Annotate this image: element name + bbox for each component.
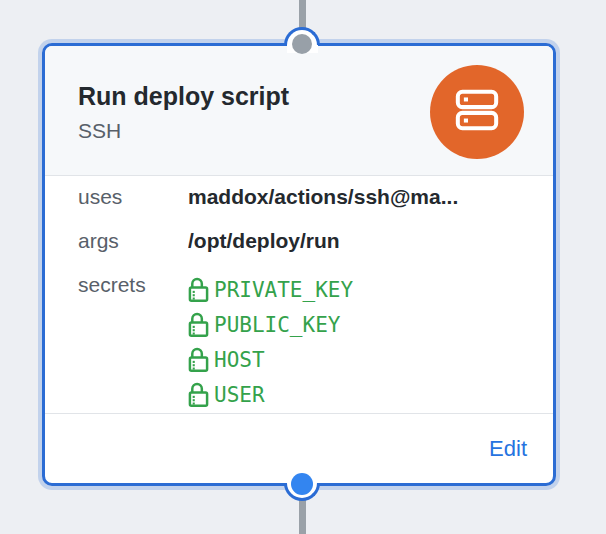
secret-name: PUBLIC_KEY — [214, 313, 340, 337]
secret-name: HOST — [214, 348, 265, 372]
secret-list: PRIVATE_KEY PUBLIC_KEY — [188, 272, 353, 412]
edit-button[interactable]: Edit — [489, 436, 527, 462]
secret-name: PRIVATE_KEY — [214, 278, 353, 302]
attribute-value-uses: maddox/actions/ssh@ma... — [188, 184, 458, 210]
lock-icon — [188, 311, 209, 338]
output-port-dot — [291, 473, 313, 495]
secret-item: PUBLIC_KEY — [188, 307, 353, 342]
attribute-row-secrets: secrets PRIVATE_KEY — [78, 272, 539, 412]
attribute-label: args — [78, 228, 188, 254]
secret-name: USER — [214, 383, 265, 407]
node-attributes: uses maddox/actions/ssh@ma... args /opt/… — [45, 176, 553, 413]
secret-item: PRIVATE_KEY — [188, 272, 353, 307]
server-icon — [454, 87, 500, 137]
secret-item: USER — [188, 377, 353, 412]
action-node-card[interactable]: Run deploy script SSH uses maddox/action… — [42, 43, 556, 486]
attribute-row-args: args /opt/deploy/run — [78, 228, 539, 254]
input-port-dot — [292, 34, 312, 54]
attribute-label: secrets — [78, 272, 188, 412]
node-header: Run deploy script SSH — [45, 46, 553, 176]
lock-icon — [188, 276, 209, 303]
secret-item: HOST — [188, 342, 353, 377]
attribute-value-args: /opt/deploy/run — [188, 228, 340, 254]
lock-icon — [188, 346, 209, 373]
attribute-label: uses — [78, 184, 188, 210]
connector-line-bottom — [299, 496, 306, 534]
action-icon-badge — [430, 65, 524, 159]
attribute-row-uses: uses maddox/actions/ssh@ma... — [78, 184, 539, 210]
lock-icon — [188, 381, 209, 408]
